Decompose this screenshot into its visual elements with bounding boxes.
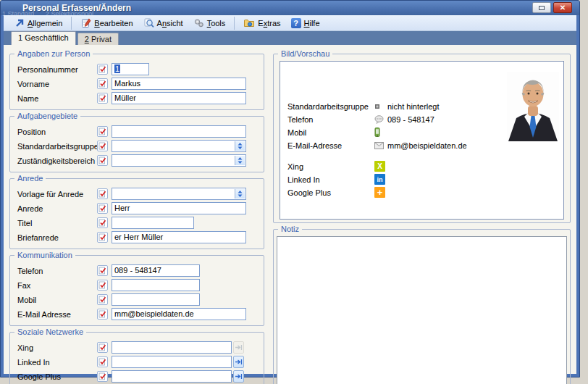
section-title: Anrede bbox=[14, 174, 46, 183]
name-input[interactable]: Müller bbox=[112, 92, 246, 104]
menu-tools[interactable]: Tools bbox=[188, 15, 231, 30]
check-note-button[interactable] bbox=[97, 309, 108, 320]
dialog-window: 1 Standard 2 Selektionspool Personal Erf… bbox=[0, 0, 580, 377]
titel-input[interactable] bbox=[112, 217, 194, 229]
open-link-button-disabled bbox=[233, 341, 244, 354]
field-fax: Fax bbox=[17, 279, 256, 291]
check-note-button[interactable] bbox=[97, 265, 108, 276]
googleplus-input[interactable] bbox=[112, 370, 232, 383]
vorname-input[interactable]: Markus bbox=[112, 78, 246, 90]
section-title: Aufgabengebiete bbox=[14, 112, 80, 120]
check-note-button[interactable] bbox=[97, 93, 108, 104]
check-note-button[interactable] bbox=[97, 203, 108, 214]
field-position: Position bbox=[17, 125, 256, 138]
xing-icon[interactable]: X bbox=[374, 161, 385, 172]
check-note-button[interactable] bbox=[97, 64, 108, 75]
mobile-phone-icon bbox=[374, 128, 387, 137]
folder-icon bbox=[243, 17, 255, 28]
preview-xing: Xing X bbox=[287, 160, 556, 172]
anrede-input[interactable]: Herr bbox=[112, 202, 246, 214]
linkedin-input[interactable] bbox=[112, 356, 232, 368]
menu-ansicht[interactable]: Ansicht bbox=[138, 15, 188, 30]
close-button[interactable]: ✕ bbox=[553, 2, 572, 13]
field-vorname: Vorname Markus bbox=[17, 78, 256, 90]
check-note-button[interactable] bbox=[97, 78, 108, 89]
personalnummer-input[interactable]: 1 bbox=[112, 63, 149, 75]
check-note-button[interactable] bbox=[97, 294, 108, 305]
check-note-button[interactable] bbox=[97, 280, 108, 291]
open-link-button[interactable] bbox=[233, 370, 244, 383]
zustaendigkeitsbereich-select[interactable] bbox=[112, 154, 246, 167]
gears-icon bbox=[193, 17, 204, 28]
section-title: Angaben zur Person bbox=[14, 49, 93, 58]
field-googleplus: Google Plus bbox=[17, 370, 256, 383]
position-input[interactable] bbox=[112, 125, 246, 138]
menu-extras[interactable]: Extras bbox=[238, 15, 285, 30]
fax-input[interactable] bbox=[112, 279, 200, 291]
arrow-up-right-icon bbox=[14, 18, 25, 28]
check-note-button[interactable] bbox=[97, 126, 108, 137]
linkedin-icon[interactable]: in bbox=[374, 174, 385, 185]
section-title: Soziale Netzwerke bbox=[14, 327, 86, 336]
employee-photo bbox=[507, 72, 559, 141]
preview-value: mm@beispieldaten.de bbox=[387, 141, 467, 150]
field-linkedin: Linked In bbox=[17, 356, 256, 368]
field-vorlage-fuer-anrede: Vorlage für Anrede bbox=[17, 188, 256, 200]
check-note-button[interactable] bbox=[97, 356, 108, 367]
section-anrede: Anrede Vorlage für Anrede Anrede Herr bbox=[9, 178, 264, 249]
field-standardarbeitsgruppe: Standardarbeitsgruppe bbox=[17, 140, 256, 152]
check-note-button[interactable] bbox=[97, 342, 108, 353]
section-soziale-netzwerke: Soziale Netzwerke Xing Linked In bbox=[9, 332, 264, 384]
email-icon bbox=[374, 142, 387, 149]
field-xing: Xing bbox=[17, 341, 256, 354]
standardarbeitsgruppe-select[interactable] bbox=[112, 140, 246, 152]
email-input[interactable]: mm@beispieldaten.de bbox=[112, 308, 246, 320]
section-notiz: Notiz bbox=[273, 229, 571, 384]
section-angaben-zur-person: Angaben zur Person Personalnummer 1 Vorn… bbox=[9, 54, 264, 110]
check-note-button[interactable] bbox=[97, 232, 108, 243]
googleplus-icon[interactable]: + bbox=[374, 187, 385, 198]
vorlage-anrede-select[interactable] bbox=[112, 188, 246, 200]
field-titel: Titel bbox=[17, 217, 256, 229]
tab-strip: 1 Geschäftlich 2 Privat bbox=[4, 31, 576, 45]
magnifier-icon bbox=[143, 17, 154, 28]
telefon-input[interactable]: 089 - 548147 bbox=[112, 264, 200, 277]
menu-allgemein[interactable]: Allgemein bbox=[9, 16, 67, 30]
dropdown-spinner-icon[interactable] bbox=[235, 189, 245, 199]
preview-value: nicht hinterlegt bbox=[387, 102, 440, 111]
check-note-button[interactable] bbox=[97, 155, 108, 166]
notiz-textarea[interactable] bbox=[277, 236, 567, 384]
mobil-input[interactable] bbox=[112, 293, 200, 306]
help-icon: ? bbox=[291, 18, 301, 28]
check-note-button[interactable] bbox=[97, 141, 108, 151]
preview-linkedin: Linked In in bbox=[287, 173, 556, 185]
restore-icon bbox=[539, 6, 545, 10]
check-note-button[interactable] bbox=[97, 217, 108, 228]
xing-input[interactable] bbox=[112, 341, 232, 354]
menu-toolbar: Allgemein Bearbeiten Ansicht Tools Extra… bbox=[4, 15, 576, 31]
toolbar-separator bbox=[234, 17, 235, 30]
check-note-button[interactable] bbox=[97, 371, 108, 382]
section-title: Notiz bbox=[278, 225, 302, 233]
group-icon bbox=[374, 104, 387, 109]
open-link-button[interactable] bbox=[233, 356, 244, 368]
restore-button[interactable] bbox=[532, 2, 551, 13]
dropdown-spinner-icon[interactable] bbox=[235, 156, 245, 165]
field-personalnummer: Personalnummer 1 bbox=[17, 63, 256, 75]
window-title: Personal Erfassen/Ändern bbox=[22, 3, 131, 13]
dropdown-spinner-icon[interactable] bbox=[235, 141, 245, 151]
field-name: Name Müller bbox=[17, 92, 256, 104]
tab-geschaeftlich[interactable]: 1 Geschäftlich bbox=[11, 31, 76, 45]
section-title: Kommunikation bbox=[14, 251, 75, 259]
check-note-button[interactable] bbox=[97, 188, 108, 199]
menu-hilfe[interactable]: ? Hilfe bbox=[286, 16, 325, 30]
briefanrede-input[interactable]: er Herr Müller bbox=[112, 231, 246, 243]
field-anrede: Anrede Herr bbox=[17, 202, 256, 214]
tab-privat[interactable]: 2 Privat bbox=[77, 33, 119, 45]
menu-bearbeiten[interactable]: Bearbeiten bbox=[75, 15, 138, 30]
section-kommunikation: Kommunikation Telefon 089 - 548147 Fax M… bbox=[9, 255, 264, 326]
field-mobil: Mobil bbox=[17, 293, 256, 306]
field-briefanrede: Briefanrede er Herr Müller bbox=[17, 231, 256, 243]
section-title: Bild/Vorschau bbox=[278, 49, 332, 58]
title-bar[interactable]: 1 Standard 2 Selektionspool Personal Erf… bbox=[1, 1, 579, 15]
